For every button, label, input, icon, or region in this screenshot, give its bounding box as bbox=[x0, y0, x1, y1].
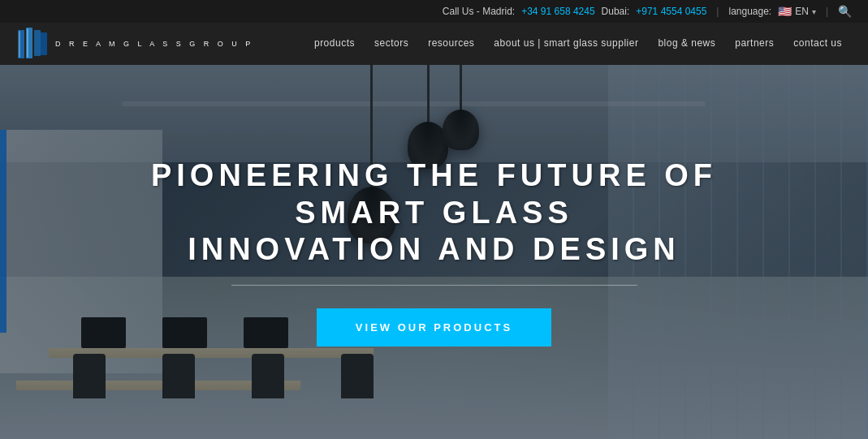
logo-area[interactable]: D R E A M G L A S S G R O U P bbox=[16, 26, 253, 62]
language-selector[interactable]: 🇺🇸 EN ▾ bbox=[778, 5, 816, 18]
logo-icon bbox=[16, 26, 49, 62]
flag-icon: 🇺🇸 bbox=[778, 5, 792, 18]
nav-sectors[interactable]: sectors bbox=[365, 23, 418, 65]
separator2: | bbox=[826, 6, 828, 17]
hero-title: PIONEERING THE FUTURE OF SMART GLASS INN… bbox=[110, 157, 759, 269]
search-icon[interactable]: 🔍 bbox=[838, 5, 852, 18]
chevron-down-icon: ▾ bbox=[812, 7, 816, 16]
header: D R E A M G L A S S G R O U P products s… bbox=[0, 23, 868, 65]
nav-partners[interactable]: partners bbox=[725, 23, 784, 65]
nav-about[interactable]: about us | smart glass supplier bbox=[484, 23, 648, 65]
main-nav: products sectors resources about us | sm… bbox=[253, 23, 852, 65]
separator1: | bbox=[716, 6, 719, 17]
dubai-label: Dubai: bbox=[602, 6, 630, 17]
svg-rect-4 bbox=[19, 31, 20, 58]
nav-blog[interactable]: blog & news bbox=[648, 23, 725, 65]
hero-content: PIONEERING THE FUTURE OF SMART GLASS INN… bbox=[0, 65, 868, 439]
top-bar: Call Us - Madrid: +34 91 658 4245 Dubai:… bbox=[0, 0, 868, 23]
dubai-phone[interactable]: +971 4554 0455 bbox=[636, 6, 706, 17]
madrid-phone[interactable]: +34 91 658 4245 bbox=[521, 6, 594, 17]
nav-contact[interactable]: contact us bbox=[784, 23, 852, 65]
logo-text: D R E A M G L A S S G R O U P bbox=[55, 39, 253, 49]
nav-resources[interactable]: resources bbox=[418, 23, 484, 65]
svg-rect-2 bbox=[34, 30, 41, 56]
call-label: Call Us - Madrid: bbox=[443, 6, 515, 17]
view-products-button[interactable]: VIEW OUR PRODUCTS bbox=[317, 308, 551, 346]
svg-rect-3 bbox=[41, 32, 47, 55]
hero-section: PIONEERING THE FUTURE OF SMART GLASS INN… bbox=[0, 65, 868, 439]
svg-rect-5 bbox=[27, 28, 28, 58]
lang-code: EN bbox=[795, 6, 809, 17]
nav-products[interactable]: products bbox=[304, 23, 365, 65]
hero-divider bbox=[231, 285, 637, 286]
language-label: language: bbox=[728, 6, 771, 17]
